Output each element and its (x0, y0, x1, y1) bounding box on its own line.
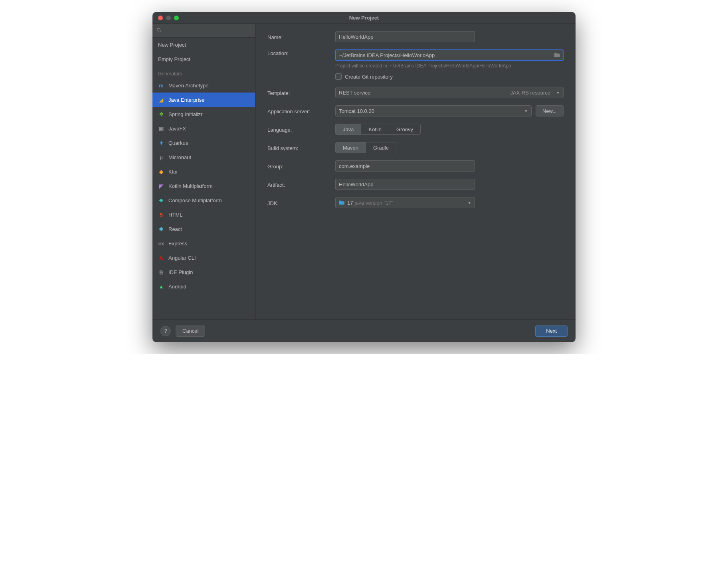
search-input[interactable] (152, 24, 255, 37)
generator-icon: ▣ (158, 125, 164, 132)
sidebar-item-label: Kotlin Multiplatform (168, 183, 213, 189)
dialog-footer: ? Cancel Next (152, 319, 576, 342)
titlebar: New Project (152, 12, 576, 24)
sidebar-item-label: JavaFX (168, 126, 186, 132)
group-label: Group: (267, 163, 335, 170)
sidebar-item-label: Ktor (168, 169, 178, 175)
search-icon (156, 28, 162, 34)
sidebar-item-generator[interactable]: ⎘IDE Plugin (152, 265, 255, 279)
generator-icon: μ (158, 154, 164, 160)
chevron-down-icon: ▼ (524, 109, 528, 113)
sidebar-item-label: Express (168, 241, 187, 247)
appserver-label: Application server: (267, 108, 335, 114)
template-secondary: JAX-RS resource (510, 90, 550, 96)
buildsys-segmented: MavenGradle (335, 142, 396, 153)
location-input[interactable] (335, 49, 564, 61)
sidebar-item-label: IDE Plugin (168, 269, 193, 275)
template-value: REST service (339, 90, 370, 96)
jdk-dropdown[interactable]: 17 java version "17" ▼ (335, 197, 475, 208)
sidebar-item-generator[interactable]: ▣JavaFX (152, 121, 255, 136)
sidebar-item-label: Maven Archetype (168, 83, 208, 89)
sidebar-item-generator[interactable]: ✦Quarkus (152, 136, 255, 150)
svg-point-0 (157, 28, 160, 31)
jdk-secondary: java version "17" (354, 200, 393, 206)
sidebar-item-label: Compose Multiplatform (168, 197, 222, 203)
appserver-dropdown[interactable]: Tomcat 10.0.20 ▼ (335, 105, 532, 116)
sidebar-item-generator[interactable]: ▲Android (152, 279, 255, 294)
sidebar: New ProjectEmpty Project Generators mMav… (152, 24, 255, 319)
appserver-value: Tomcat 10.0.20 (339, 108, 374, 114)
group-input[interactable] (335, 160, 475, 172)
generator-icon: ⎘ (158, 269, 164, 275)
sidebar-item-generator[interactable]: ◤Kotlin Multiplatform (152, 179, 255, 193)
sidebar-item-generator[interactable]: ⚛React (152, 222, 255, 236)
sidebar-item-generator[interactable]: exExpress (152, 236, 255, 251)
sidebar-item-label: Java Enterprise (168, 97, 204, 103)
sidebar-item-generator[interactable]: AAngular CLI (152, 251, 255, 265)
generator-icon: ex (158, 240, 164, 247)
template-dropdown[interactable]: REST service JAX-RS resource ▼ (335, 87, 564, 98)
buildsys-option[interactable]: Gradle (366, 142, 396, 153)
svg-line-1 (160, 31, 161, 32)
chevron-down-icon: ▼ (556, 91, 560, 95)
sidebar-item-label: Quarkus (168, 140, 188, 146)
location-hint: Project will be created in: ~/JetBrains … (335, 63, 564, 69)
folder-icon[interactable] (554, 52, 560, 59)
sidebar-item-label: React (168, 226, 182, 232)
sidebar-item-label: HTML (168, 212, 182, 218)
appserver-new-button[interactable]: New... (536, 105, 564, 116)
sidebar-item-generator[interactable]: μMicronaut (152, 150, 255, 164)
sidebar-list: New ProjectEmpty Project Generators mMav… (152, 37, 255, 319)
sidebar-item[interactable]: Empty Project (152, 52, 255, 66)
close-window-button[interactable] (158, 16, 163, 20)
generator-icon: 5 (158, 211, 164, 218)
generator-icon: ❖ (158, 197, 164, 203)
form-panel: Name: Location: Project will be created … (255, 24, 576, 319)
window-title: New Project (152, 15, 576, 21)
window-controls (152, 16, 179, 20)
sidebar-item-generator[interactable]: mMaven Archetype (152, 78, 255, 93)
generator-icon: ◆ (158, 168, 164, 175)
artifact-label: Artifact: (267, 181, 335, 188)
buildsys-option[interactable]: Maven (336, 142, 366, 153)
generator-icon: ⚛ (158, 226, 164, 232)
jdk-primary: 17 (347, 200, 353, 206)
sidebar-item-generator[interactable]: 5HTML (152, 207, 255, 222)
generator-icon: m (158, 82, 164, 89)
generator-icon: ◢ (158, 97, 164, 103)
cancel-button[interactable]: Cancel (176, 326, 205, 337)
sidebar-item-label: New Project (158, 42, 186, 48)
buildsys-label: Build system: (267, 144, 335, 151)
sidebar-item-generator[interactable]: ❖Compose Multiplatform (152, 193, 255, 207)
sidebar-item-label: Android (168, 284, 186, 290)
sidebar-item-label: Micronaut (168, 154, 191, 160)
generator-icon: A (158, 255, 164, 261)
language-label: Language: (267, 126, 335, 133)
sidebar-item-label: Spring Initializr (168, 111, 202, 117)
language-option[interactable]: Kotlin (361, 124, 389, 134)
location-label: Location: (267, 49, 335, 56)
sidebar-item-generator[interactable]: ✲Spring Initializr (152, 107, 255, 121)
new-project-dialog: New Project New ProjectEmpty Project Gen… (152, 12, 576, 342)
sidebar-item[interactable]: New Project (152, 37, 255, 52)
next-button[interactable]: Next (535, 326, 568, 337)
help-button[interactable]: ? (160, 326, 171, 336)
generators-header: Generators (152, 66, 255, 78)
language-option[interactable]: Groovy (389, 124, 420, 134)
generator-icon: ✦ (158, 140, 164, 146)
language-option[interactable]: Java (336, 124, 361, 134)
create-git-checkbox[interactable] (335, 73, 342, 80)
artifact-input[interactable] (335, 179, 475, 190)
jdk-label: JDK: (267, 199, 335, 206)
sidebar-item-label: Empty Project (158, 56, 190, 62)
language-segmented: JavaKotlinGroovy (335, 124, 421, 135)
generator-icon: ▲ (158, 283, 164, 290)
sidebar-item-generator[interactable]: ◢Java Enterprise (152, 93, 255, 107)
minimize-window-button[interactable] (166, 16, 171, 20)
jdk-folder-icon (339, 199, 345, 206)
sidebar-item-generator[interactable]: ◆Ktor (152, 164, 255, 179)
template-label: Template: (267, 89, 335, 96)
name-input[interactable] (335, 31, 475, 42)
zoom-window-button[interactable] (174, 16, 179, 20)
create-git-label: Create Git repository (345, 74, 393, 80)
